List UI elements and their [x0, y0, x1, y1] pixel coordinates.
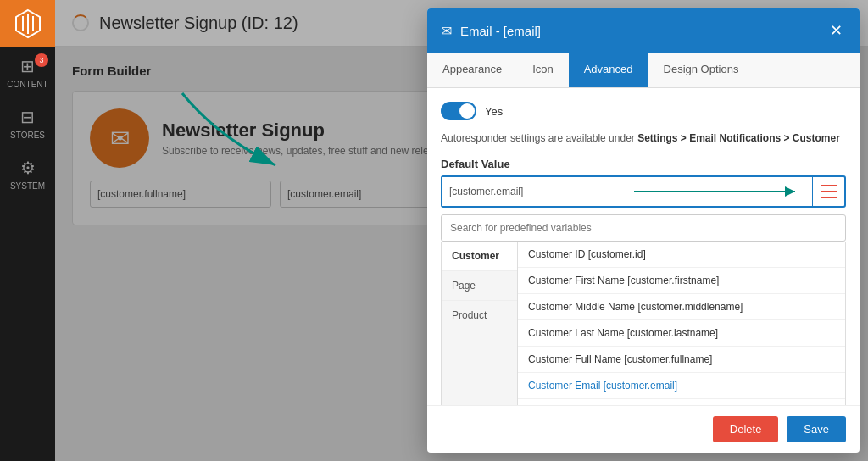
variable-values: Customer ID [customer.id] Customer First…: [518, 242, 845, 405]
content-icon: ⊞: [20, 56, 35, 76]
autoresponder-text: Autoresponder settings are available und…: [441, 131, 846, 146]
sidebar-item-content-label: CONTENT: [7, 80, 47, 89]
var-customer-fullname[interactable]: Customer Full Name [customer.fullname]: [518, 347, 845, 373]
content-badge: 3: [35, 53, 48, 67]
category-page[interactable]: Page: [442, 271, 517, 301]
arrow-in-input: [634, 186, 804, 197]
delete-button[interactable]: Delete: [713, 416, 779, 442]
var-customer-middlename[interactable]: Customer Middle Name [customer.middlenam…: [518, 294, 845, 320]
default-value-row: [441, 175, 846, 208]
tab-icon[interactable]: Icon: [517, 53, 569, 87]
var-customer-id[interactable]: Customer ID [customer.id]: [518, 242, 845, 268]
var-customer-firstname[interactable]: Customer First Name [customer.firstname]: [518, 268, 845, 294]
toggle-row: Yes: [441, 102, 846, 120]
autoresponder-path: Settings > Email Notifications > Custome…: [637, 132, 840, 144]
category-product[interactable]: Product: [442, 301, 517, 330]
default-value-label: Default Value: [441, 158, 846, 170]
stores-icon: ⊟: [20, 107, 35, 127]
variable-list: Customer Page Product Customer ID [custo…: [441, 242, 846, 405]
email-icon: ✉: [441, 23, 452, 39]
var-customer-email[interactable]: Customer Email [customer.email]: [518, 373, 845, 399]
modal-header: ✉ Email - [email] ✕: [427, 8, 860, 53]
modal-title: Email - [email]: [460, 24, 817, 38]
modal-tabs: Appearance Icon Advanced Design Options: [427, 53, 860, 88]
toggle-knob: [459, 103, 475, 119]
sidebar-item-system-label: SYSTEM: [10, 181, 45, 191]
tab-advanced[interactable]: Advanced: [569, 53, 648, 87]
magento-logo[interactable]: [0, 0, 55, 47]
default-value-input[interactable]: [442, 177, 627, 206]
variable-picker-button[interactable]: [812, 177, 844, 206]
modal-footer: Delete Save: [427, 405, 860, 453]
modal-close-button[interactable]: ✕: [826, 20, 846, 41]
category-customer[interactable]: Customer: [442, 242, 517, 271]
main-content: Newsletter Signup (ID: 12) Form Builder …: [55, 0, 868, 461]
toggle-label: Yes: [485, 105, 503, 118]
var-customer-dob[interactable]: Customer Date of Birth [customer.dob]: [518, 399, 845, 405]
tab-design-options[interactable]: Design Options: [648, 53, 754, 87]
sidebar-item-content[interactable]: ⊞ CONTENT 3: [0, 47, 55, 97]
modal-body: Yes Autoresponder settings are available…: [427, 88, 860, 405]
autoresponder-prefix: Autoresponder settings are available und…: [441, 132, 637, 144]
list-icon: [821, 185, 837, 198]
sidebar-item-stores-label: STORES: [10, 131, 45, 140]
autoresponder-toggle[interactable]: [441, 102, 476, 120]
variable-search-input[interactable]: [441, 214, 846, 242]
save-button[interactable]: Save: [787, 416, 846, 442]
tab-appearance[interactable]: Appearance: [427, 53, 517, 87]
system-icon: ⚙: [20, 158, 36, 178]
logo-icon: [13, 8, 43, 39]
sidebar-item-stores[interactable]: ⊟ STORES: [0, 97, 55, 148]
variable-categories: Customer Page Product: [442, 242, 518, 405]
email-modal: ✉ Email - [email] ✕ Appearance Icon Adva…: [427, 8, 860, 453]
sidebar: ⊞ CONTENT 3 ⊟ STORES ⚙ SYSTEM: [0, 0, 55, 461]
sidebar-item-system[interactable]: ⚙ SYSTEM: [0, 148, 55, 199]
var-customer-lastname[interactable]: Customer Last Name [customer.lastname]: [518, 320, 845, 347]
